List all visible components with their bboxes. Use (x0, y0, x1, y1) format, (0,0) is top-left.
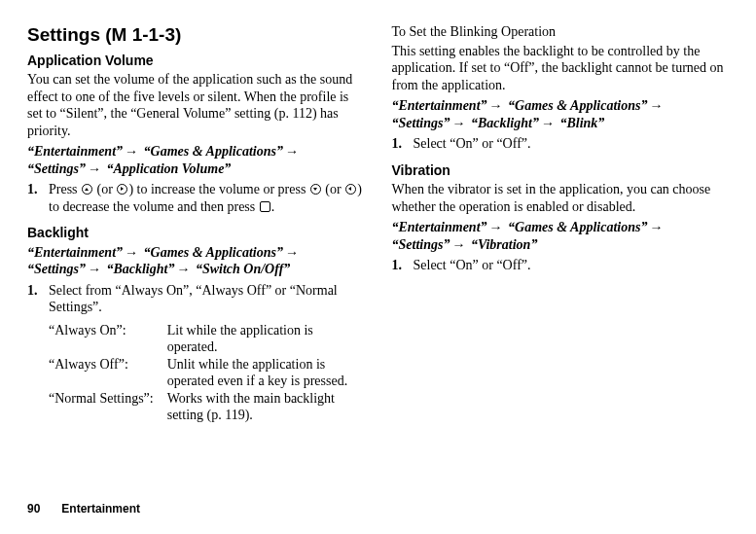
arrow-icon: → (647, 220, 665, 234)
def-desc: Unlit while the application is operated … (167, 356, 365, 390)
arrow-icon: → (174, 262, 192, 276)
heading-backlight: Backlight (27, 225, 365, 242)
step-body: Select “On” or “Off”. (414, 257, 730, 274)
page-footer: 90Entertainment (27, 502, 140, 516)
step-body: Select “On” or “Off”. (414, 135, 730, 153)
heading-vibration: Vibration (392, 162, 730, 180)
appvol-path: “Entertainment”→ “Games & Applications”→… (27, 143, 365, 177)
def-row: “Always Off”: Unlit while the applicatio… (49, 356, 365, 390)
heading-application-volume: Application Volume (27, 53, 365, 70)
right-column: To Set the Blinking Operation This setti… (392, 23, 730, 424)
vibration-step: 1. Select “On” or “Off”. (392, 257, 730, 274)
def-desc: Lit while the application is operated. (167, 322, 365, 356)
path-segment: “Games & Applications” (144, 144, 283, 159)
path-segment: “Vibration” (471, 237, 537, 252)
path-segment: “Backlight” (106, 262, 174, 276)
path-segment: “Entertainment” (392, 98, 487, 113)
step-text: (or (322, 182, 344, 196)
def-row: “Normal Settings”: Works with the main b… (49, 390, 365, 424)
def-term: “Always On”: (49, 322, 167, 356)
path-segment: “Blink” (559, 116, 604, 130)
center-key-icon (260, 201, 270, 212)
arrow-icon: → (487, 220, 505, 234)
arrow-icon: → (450, 237, 467, 252)
appvol-step: 1. Press (or ) to increase the volume or… (27, 181, 365, 215)
path-segment: “Settings” (27, 262, 86, 276)
path-segment: “Backlight” (471, 116, 539, 130)
arrow-icon: → (487, 98, 505, 113)
path-segment: “Entertainment” (392, 220, 487, 234)
arrow-icon: → (123, 144, 140, 159)
blinking-path: “Entertainment”→ “Games & Applications”→… (392, 97, 730, 131)
page-title: Settings (M 1-1-3) (27, 23, 365, 47)
path-segment: “Games & Applications” (508, 220, 647, 234)
arrow-icon: → (647, 98, 665, 113)
vibration-path: “Entertainment”→ “Games & Applications”→… (392, 219, 730, 253)
arrow-icon: → (283, 245, 301, 260)
arrow-icon: → (86, 161, 103, 176)
backlight-path: “Entertainment”→ “Games & Applications”→… (27, 244, 365, 278)
page-number: 90 (27, 502, 40, 516)
def-row: “Always On”: Lit while the application i… (49, 322, 365, 356)
footer-section: Entertainment (61, 502, 140, 516)
path-segment: “Entertainment” (27, 144, 123, 159)
step-number: 1. (27, 282, 49, 316)
path-segment: “Settings” (392, 237, 450, 252)
path-segment: “Settings” (392, 116, 450, 130)
vibration-body: When the vibrator is set in the applicat… (392, 181, 730, 215)
arrow-icon: → (539, 116, 557, 130)
heading-blinking: To Set the Blinking Operation (392, 23, 730, 41)
step-text: ) to increase the volume or press (128, 182, 308, 196)
step-number: 1. (27, 181, 49, 215)
arrow-icon: → (123, 245, 140, 260)
step-text: (or (93, 182, 116, 196)
step-text: Press (49, 182, 81, 196)
step-body: Select from “Always On”, “Always Off” or… (49, 282, 365, 316)
down-key-icon (310, 184, 321, 195)
path-segment: “Settings” (27, 161, 86, 176)
arrow-icon: → (283, 144, 301, 159)
path-segment: “Application Volume” (106, 161, 231, 176)
left-column: Settings (M 1-1-3) Application Volume Yo… (27, 23, 365, 424)
def-desc: Works with the main backlight setting (p… (167, 390, 365, 424)
backlight-deflist: “Always On”: Lit while the application i… (49, 322, 365, 424)
step-text: . (271, 199, 275, 214)
def-term: “Always Off”: (49, 356, 167, 390)
def-term: “Normal Settings”: (49, 390, 167, 424)
path-segment: “Switch On/Off” (196, 262, 290, 276)
backlight-step: 1. Select from “Always On”, “Always Off”… (27, 282, 365, 316)
path-segment: “Games & Applications” (144, 245, 283, 260)
path-segment: “Games & Applications” (508, 98, 647, 113)
step-body: Press (or ) to increase the volume or pr… (49, 181, 365, 215)
left-key-icon (345, 184, 356, 195)
up-key-icon (82, 184, 92, 195)
arrow-icon: → (450, 116, 467, 130)
appvol-body: You can set the volume of the applicatio… (27, 71, 365, 139)
step-number: 1. (392, 257, 414, 274)
step-number: 1. (392, 135, 414, 153)
path-segment: “Entertainment” (27, 245, 123, 260)
blinking-step: 1. Select “On” or “Off”. (392, 135, 730, 153)
blinking-body: This setting enables the backlight to be… (392, 43, 730, 94)
arrow-icon: → (86, 262, 103, 276)
right-key-icon (117, 184, 127, 195)
